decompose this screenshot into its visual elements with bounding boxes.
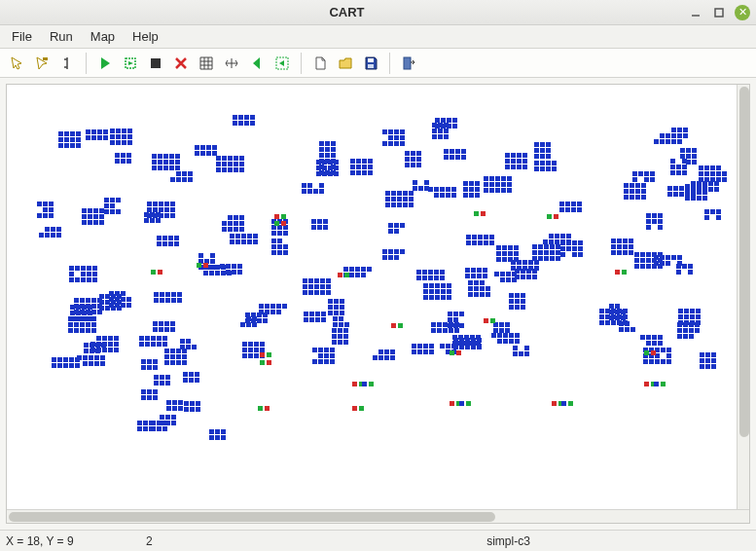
menu-file[interactable]: File [4,27,40,46]
status-coords: X = 18, Y = 9 [6,534,123,548]
open-file-icon[interactable] [335,53,356,74]
stop-icon[interactable] [145,53,166,74]
prev-icon[interactable] [246,53,268,74]
maximize-button[interactable] [711,5,727,20]
fit-width-icon[interactable] [221,53,242,74]
title-bar: CART ✕ [0,0,756,25]
toolbar-separator [389,53,390,74]
new-file-icon[interactable] [309,53,331,74]
svg-rect-0 [715,9,723,17]
exit-icon[interactable] [398,53,419,74]
svg-rect-7 [404,57,411,69]
status-bar: X = 18, Y = 9 2 simpl-c3 [0,530,756,551]
window-buttons: ✕ [688,5,750,20]
save-file-icon[interactable] [360,53,381,74]
svg-rect-1 [43,57,48,60]
vertical-scrollbar[interactable] [737,85,750,509]
menu-bar: File Run Map Help [0,25,756,49]
cursor-marker-icon[interactable] [56,53,78,74]
window-title: CART [6,5,688,19]
map-viewport [6,84,750,524]
menu-map[interactable]: Map [83,27,123,46]
svg-rect-3 [151,58,161,68]
horizontal-scrollbar[interactable] [7,509,749,523]
play-icon[interactable] [94,53,116,74]
menu-run[interactable]: Run [42,27,81,46]
step-icon[interactable] [120,53,141,74]
minimize-button[interactable] [688,5,703,20]
svg-rect-6 [368,64,374,68]
menu-help[interactable]: Help [125,27,166,46]
cursor-select-icon[interactable] [6,53,27,74]
toolbar [0,49,756,78]
status-mapname: simpl-c3 [267,534,750,548]
close-button[interactable]: ✕ [735,5,750,20]
map-canvas[interactable] [7,85,749,509]
status-value: 2 [146,534,243,548]
svg-rect-5 [368,58,374,62]
clear-icon[interactable] [170,53,192,74]
next-step-icon[interactable] [271,53,293,74]
cursor-flag-icon[interactable] [31,53,53,74]
toolbar-separator [301,53,302,74]
toolbar-separator [86,53,87,74]
grid-icon[interactable] [196,53,217,74]
